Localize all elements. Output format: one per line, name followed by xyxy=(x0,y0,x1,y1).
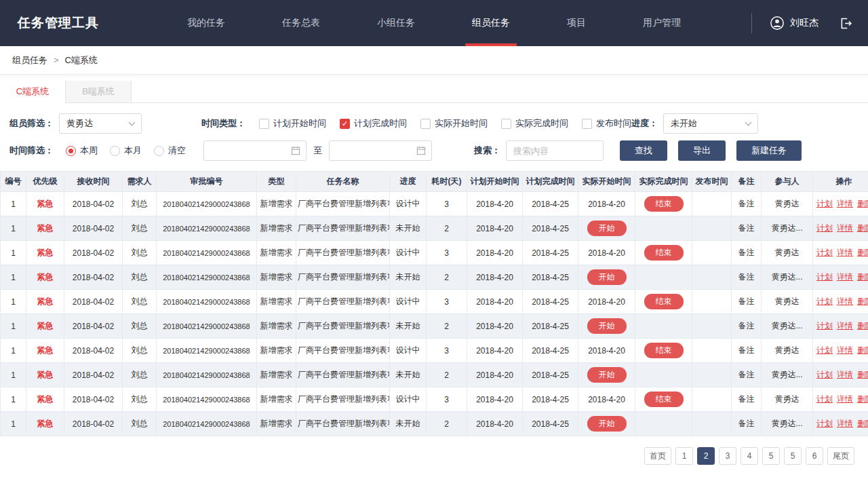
checkbox-publish[interactable]: 发布时间 xyxy=(582,117,631,130)
chevron-down-icon xyxy=(745,119,752,126)
cell-plan-start: 2018-4-20 xyxy=(467,265,523,290)
cell-actions: 计划详情删除 xyxy=(813,412,868,436)
table-row: 1紧急2018-04-02刘总201804021429000243868新增需求… xyxy=(1,387,868,412)
detail-link[interactable]: 详情 xyxy=(837,394,853,404)
start-button[interactable]: 开始 xyxy=(587,367,627,383)
page-button-6[interactable]: 5 xyxy=(784,447,802,465)
plan-link[interactable]: 计划 xyxy=(816,394,833,404)
tab-b-system[interactable]: B端系统 xyxy=(66,81,132,102)
plan-link[interactable]: 计划 xyxy=(816,370,833,379)
end-button[interactable]: 结束 xyxy=(644,294,684,309)
nav-item-projects[interactable]: 项目 xyxy=(538,0,614,46)
end-button[interactable]: 结束 xyxy=(644,343,684,358)
date-start-input[interactable] xyxy=(203,140,307,161)
plan-link[interactable]: 计划 xyxy=(816,199,833,208)
logout-icon[interactable] xyxy=(839,16,853,31)
page-button-5[interactable]: 5 xyxy=(762,447,780,465)
detail-link[interactable]: 详情 xyxy=(837,297,853,306)
nav-item-my-tasks[interactable]: 我的任务 xyxy=(159,0,254,46)
checkbox-label: 计划开始时间 xyxy=(273,117,326,130)
plan-link[interactable]: 计划 xyxy=(816,419,833,428)
progress-select[interactable]: 未开始 xyxy=(663,113,758,134)
delete-link[interactable]: 删除 xyxy=(857,419,868,428)
cell-received: 2018-04-02 xyxy=(64,314,123,339)
calendar-icon xyxy=(291,146,300,155)
checkbox-actual-end[interactable]: 实际完成时间 xyxy=(501,117,568,130)
checkbox-plan-start[interactable]: 计划开始时间 xyxy=(259,117,326,130)
date-range-group: 至 xyxy=(203,140,432,161)
cell-type: 新增需求 xyxy=(257,241,296,265)
plan-link[interactable]: 计划 xyxy=(816,248,833,257)
radio-label: 清空 xyxy=(168,145,186,157)
checkbox-actual-start[interactable]: 实际开始时间 xyxy=(420,117,488,130)
checkbox-plan-end[interactable]: ✓计划完成时间 xyxy=(340,117,407,130)
cell-plan-end: 2018-4-25 xyxy=(523,387,578,412)
cell-remark: 备注 xyxy=(732,265,762,290)
detail-link[interactable]: 详情 xyxy=(837,321,853,330)
delete-link[interactable]: 删除 xyxy=(857,370,868,379)
delete-link[interactable]: 删除 xyxy=(857,248,868,257)
cell-days: 2 xyxy=(427,314,467,339)
delete-link[interactable]: 删除 xyxy=(857,272,868,282)
plan-link[interactable]: 计划 xyxy=(816,272,833,282)
end-button[interactable]: 结束 xyxy=(644,196,684,212)
end-button[interactable]: 结束 xyxy=(644,245,684,261)
cell-actions: 计划详情删除 xyxy=(813,290,868,314)
delete-link[interactable]: 删除 xyxy=(857,297,868,306)
start-button[interactable]: 开始 xyxy=(587,269,627,285)
tab-label: B端系统 xyxy=(82,85,115,98)
end-button[interactable]: 结束 xyxy=(644,392,684,407)
cell-plan-start: 2018-4-20 xyxy=(467,363,523,387)
detail-link[interactable]: 详情 xyxy=(837,272,853,282)
radio-this-month[interactable]: 本月 xyxy=(110,145,142,157)
filter-row-1: 组员筛选： 黄勇达 时间类型： 计划开始时间✓计划完成时间实际开始时间实际完成时… xyxy=(0,110,868,137)
detail-link[interactable]: 详情 xyxy=(837,370,853,379)
nav-item-user-management[interactable]: 用户管理 xyxy=(614,0,709,46)
page-button-4[interactable]: 4 xyxy=(741,447,758,465)
plan-link[interactable]: 计划 xyxy=(816,321,833,330)
detail-link[interactable]: 详情 xyxy=(837,345,853,355)
first-page-button[interactable]: 首页 xyxy=(644,447,671,465)
page-button-3[interactable]: 3 xyxy=(719,447,736,465)
start-button[interactable]: 开始 xyxy=(587,416,627,432)
search-button[interactable]: 查找 xyxy=(620,140,667,161)
date-end-input[interactable] xyxy=(329,140,432,161)
start-button[interactable]: 开始 xyxy=(587,221,627,236)
nav-item-task-summary[interactable]: 任务总表 xyxy=(254,0,349,46)
export-button[interactable]: 导出 xyxy=(678,140,726,161)
page-button-1[interactable]: 1 xyxy=(675,447,693,465)
page-button-2[interactable]: 2 xyxy=(697,447,715,465)
nav-item-member-tasks[interactable]: 组员任务 xyxy=(443,0,538,46)
new-task-button[interactable]: 新建任务 xyxy=(736,140,802,161)
plan-link[interactable]: 计划 xyxy=(816,297,833,306)
last-page-button[interactable]: 尾页 xyxy=(827,447,854,465)
search-input[interactable] xyxy=(506,140,604,161)
delete-link[interactable]: 删除 xyxy=(857,394,868,404)
delete-link[interactable]: 删除 xyxy=(857,345,868,355)
cell-id: 1 xyxy=(1,339,26,363)
progress-group: 进度： 未开始 xyxy=(631,113,758,134)
nav-item-group-tasks[interactable]: 小组任务 xyxy=(349,0,443,46)
cell-type: 新增需求 xyxy=(257,216,296,241)
delete-link[interactable]: 删除 xyxy=(857,199,868,208)
radio-this-week[interactable]: 本周 xyxy=(66,145,98,157)
cell-actual-end xyxy=(635,265,692,290)
cell-plan-start: 2018-4-20 xyxy=(467,241,523,265)
radio-clear[interactable]: 清空 xyxy=(154,145,186,157)
detail-link[interactable]: 详情 xyxy=(837,223,853,233)
tab-c-system[interactable]: C端系统 xyxy=(0,81,66,103)
delete-link[interactable]: 删除 xyxy=(857,321,868,330)
cell-requester: 刘总 xyxy=(123,290,157,314)
start-button[interactable]: 开始 xyxy=(587,318,627,334)
detail-link[interactable]: 详情 xyxy=(837,199,853,208)
table-row: 1紧急2018-04-02刘总201804021429000243868新增需求… xyxy=(1,314,868,339)
breadcrumb-item-parent[interactable]: 组员任务 xyxy=(12,54,47,66)
member-filter-select[interactable]: 黄勇达 xyxy=(59,113,142,134)
user-menu[interactable]: 刘旺杰 xyxy=(770,16,818,31)
delete-link[interactable]: 删除 xyxy=(857,223,868,233)
plan-link[interactable]: 计划 xyxy=(816,345,833,355)
detail-link[interactable]: 详情 xyxy=(837,248,853,257)
page-button-7[interactable]: 6 xyxy=(806,447,823,465)
detail-link[interactable]: 详情 xyxy=(837,419,853,428)
plan-link[interactable]: 计划 xyxy=(816,223,833,233)
